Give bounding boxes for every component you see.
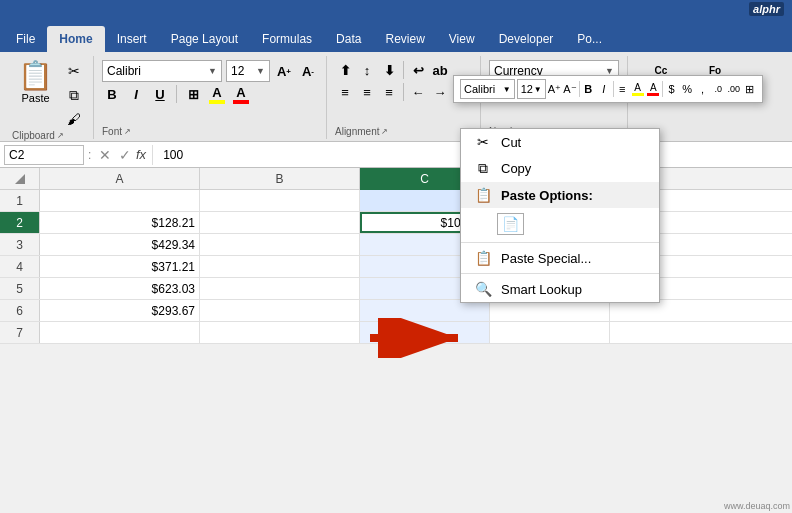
cell-d6[interactable] [490,300,610,321]
font-expand-icon[interactable]: ↗ [124,127,131,136]
copy-button[interactable]: ⧉ [63,84,85,106]
mini-highlight-button[interactable]: A [631,80,645,98]
tab-insert[interactable]: Insert [105,26,159,52]
mini-decrease-decimal-button[interactable]: .00 [727,80,741,98]
cell-a5[interactable]: $623.03 [40,278,200,299]
tab-file[interactable]: File [4,26,47,52]
font-section-label: Font ↗ [102,126,318,137]
formula-buttons: ✕ ✓ fx [96,147,146,163]
mini-font-dropdown[interactable]: Calibri ▼ [460,79,515,99]
cell-b6[interactable] [200,300,360,321]
confirm-formula-button[interactable]: ✓ [116,147,134,163]
col-header-a[interactable]: A [40,168,200,190]
font-size-dropdown[interactable]: 12 ▼ [226,60,270,82]
table-row: 4 $371.21 [0,256,792,278]
align-center-button[interactable]: ≡ [357,82,377,102]
tab-page-layout[interactable]: Page Layout [159,26,250,52]
tab-more[interactable]: Po... [565,26,614,52]
mini-border-button[interactable]: ⊞ [743,80,757,98]
mini-increase-font-button[interactable]: A⁺ [548,80,562,98]
mini-increase-decimal-button[interactable]: .0 [711,80,725,98]
cut-button[interactable]: ✂ [63,60,85,82]
align-right-button[interactable]: ≡ [379,82,399,102]
row-header-2[interactable]: 2 [0,212,40,233]
row-header-6[interactable]: 6 [0,300,40,321]
cell-b5[interactable] [200,278,360,299]
cell-a3[interactable]: $429.34 [40,234,200,255]
col-header-b[interactable]: B [200,168,360,190]
context-menu-copy[interactable]: ⧉ Copy [461,155,659,182]
paste-special-icon: 📋 [473,250,493,266]
mini-decrease-font-button[interactable]: A⁻ [563,80,577,98]
cell-b2[interactable] [200,212,360,233]
table-row: 2 $128.21 $100.00 [0,212,792,234]
font-family-dropdown[interactable]: Calibri ▼ [102,60,222,82]
mini-divider2 [613,81,614,97]
row-header-4[interactable]: 4 [0,256,40,277]
tab-data[interactable]: Data [324,26,373,52]
mini-percent-button[interactable]: % [680,80,694,98]
mini-align-button[interactable]: ≡ [615,80,629,98]
border-button[interactable]: ⊞ [183,84,203,104]
mini-font-arrow: ▼ [503,85,511,94]
watermark: www.deuaq.com [724,501,790,511]
format-painter-button[interactable]: 🖌 [63,108,85,130]
mini-dollar-button[interactable]: $ [665,80,679,98]
align-top-button[interactable]: ⬆ [335,60,355,80]
increase-indent-button[interactable]: → [430,82,450,102]
tab-home[interactable]: Home [47,26,104,52]
row-header-3[interactable]: 3 [0,234,40,255]
cell-b1[interactable] [200,190,360,211]
align-left-button[interactable]: ≡ [335,82,355,102]
cell-a2-value: $128.21 [44,216,195,230]
font-color-button[interactable]: A [231,84,251,104]
font-increase-button[interactable]: A+ [274,61,294,81]
cell-a4[interactable]: $371.21 [40,256,200,277]
mini-bold-button[interactable]: B [582,80,596,98]
wrap-text-button[interactable]: ↩ [408,60,428,80]
paste-button[interactable]: 📋 Paste [12,60,59,106]
context-menu-smart-lookup[interactable]: 🔍 Smart Lookup [461,276,659,302]
cell-b3[interactable] [200,234,360,255]
tab-view[interactable]: View [437,26,487,52]
tab-developer[interactable]: Developer [487,26,566,52]
mini-font-size: 12 [521,83,533,95]
mini-size-dropdown[interactable]: 12 ▼ [517,79,546,99]
bold-button[interactable]: B [102,84,122,104]
cell-b7[interactable] [200,322,360,343]
font-decrease-button[interactable]: A- [298,61,318,81]
select-all-icon [15,174,25,184]
cell-a6[interactable]: $293.67 [40,300,200,321]
decrease-indent-button[interactable]: ← [408,82,428,102]
paste-sub-button[interactable]: 📄 [497,213,524,235]
row-header-1[interactable]: 1 [0,190,40,211]
cell-a5-value: $623.03 [44,282,195,296]
alignment-expand-icon[interactable]: ↗ [381,127,388,136]
align-middle-button[interactable]: ↕ [357,60,377,80]
cell-d7[interactable] [490,322,610,343]
cancel-formula-button[interactable]: ✕ [96,147,114,163]
cell-a1[interactable] [40,190,200,211]
clipboard-expand-icon[interactable]: ↗ [57,131,64,140]
text-orient-button[interactable]: ab [430,60,450,80]
align-bottom-button[interactable]: ⬇ [379,60,399,80]
mini-italic-button[interactable]: I [597,80,611,98]
underline-button[interactable]: U [150,84,170,104]
fill-color-button[interactable]: A [207,84,227,104]
cut-label: Cut [501,135,521,150]
tab-review[interactable]: Review [373,26,436,52]
select-all-button[interactable] [0,168,40,189]
context-menu-paste-special[interactable]: 📋 Paste Special... [461,245,659,271]
mini-font-color-button[interactable]: A [646,80,660,98]
mini-comma-button[interactable]: , [696,80,710,98]
cell-a2[interactable]: $128.21 [40,212,200,233]
cell-a7[interactable] [40,322,200,343]
cell-reference-box[interactable]: C2 [4,145,84,165]
row-header-7[interactable]: 7 [0,322,40,343]
row-header-5[interactable]: 5 [0,278,40,299]
tab-formulas[interactable]: Formulas [250,26,324,52]
context-menu-cut[interactable]: ✂ Cut [461,129,659,155]
insert-function-button[interactable]: fx [136,147,146,163]
cell-b4[interactable] [200,256,360,277]
italic-button[interactable]: I [126,84,146,104]
